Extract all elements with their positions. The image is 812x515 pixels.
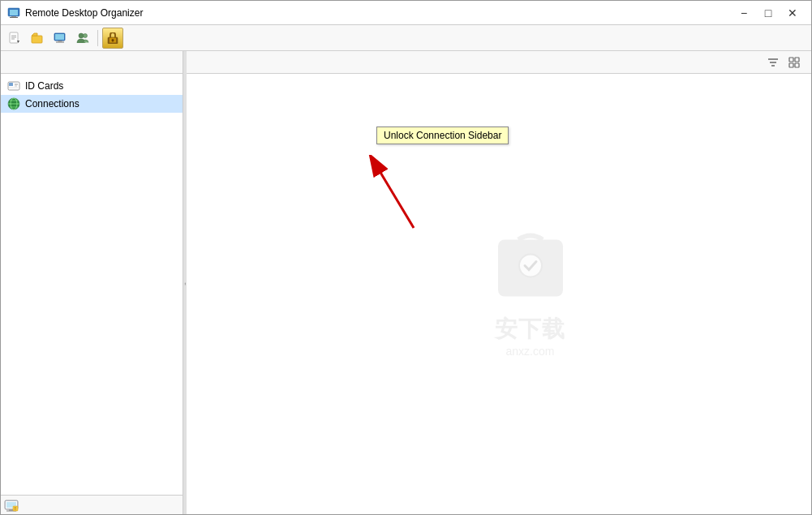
sidebar-tree: ID Cards Connections	[1, 74, 183, 495]
window-controls: − □ ✕	[732, 1, 805, 25]
svg-point-14	[79, 33, 84, 38]
maximize-button[interactable]: □	[756, 1, 780, 25]
svg-rect-41	[795, 58, 799, 62]
svg-rect-11	[55, 34, 64, 40]
network-status-icon: !	[4, 498, 19, 513]
content-toolbar	[187, 51, 811, 74]
id-cards-icon	[7, 79, 20, 92]
watermark: 安下载 anxz.com	[494, 231, 567, 357]
content-body: 安下载 anxz.com Unlock Connection Sidebar	[187, 74, 811, 514]
svg-rect-42	[789, 63, 793, 67]
id-cards-label: ID Cards	[25, 80, 63, 92]
svg-point-15	[84, 33, 88, 37]
svg-rect-12	[58, 41, 62, 42]
layout-icon	[788, 57, 800, 68]
main-area: ID Cards Connections	[1, 51, 811, 514]
svg-rect-43	[795, 63, 799, 67]
open-button[interactable]	[27, 28, 48, 49]
lock-icon	[107, 32, 118, 44]
sidebar-toolbar	[1, 51, 183, 74]
filter-icon	[767, 57, 779, 68]
connections-label: Connections	[25, 98, 79, 109]
svg-rect-21	[9, 83, 13, 86]
main-toolbar	[1, 25, 811, 51]
new-button[interactable]	[4, 28, 25, 49]
tooltip-text: Unlock Connection Sidebar	[384, 130, 501, 141]
sidebar-item-id-cards[interactable]: ID Cards	[1, 77, 183, 95]
monitor-button[interactable]	[49, 28, 71, 49]
svg-rect-40	[789, 58, 793, 62]
sidebar: ID Cards Connections	[1, 51, 183, 514]
watermark-text: 安下载	[494, 313, 567, 344]
svg-rect-3	[10, 17, 18, 18]
sidebar-statusbar: !	[1, 495, 183, 514]
title-bar: Remote Desktop Organizer − □ ✕	[1, 1, 811, 25]
users-button[interactable]	[72, 28, 93, 49]
svg-point-45	[519, 254, 542, 277]
app-icon	[7, 6, 20, 19]
monitor-icon	[54, 32, 67, 45]
new-icon	[8, 32, 21, 45]
status-icon: !	[4, 498, 19, 513]
app-window: Remote Desktop Organizer − □ ✕	[0, 0, 812, 515]
window-title: Remote Desktop Organizer	[25, 7, 732, 19]
watermark-icon	[494, 231, 567, 304]
svg-line-47	[377, 167, 414, 228]
toolbar-separator	[97, 30, 98, 46]
svg-rect-13	[56, 41, 64, 42]
open-icon	[31, 32, 44, 45]
tooltip-unlock-sidebar: Unlock Connection Sidebar	[376, 127, 509, 144]
watermark-subtext: anxz.com	[494, 344, 567, 357]
svg-rect-19	[112, 40, 113, 41]
close-button[interactable]: ✕	[780, 1, 805, 25]
svg-rect-9	[32, 36, 42, 43]
svg-rect-44	[498, 239, 563, 296]
users-icon	[76, 32, 89, 45]
arrow-indicator	[365, 155, 430, 236]
lock-sidebar-button[interactable]	[102, 28, 123, 49]
filter-button[interactable]	[763, 52, 784, 73]
content-area: 安下载 anxz.com Unlock Connection Sidebar	[187, 51, 811, 514]
layout-button[interactable]	[784, 52, 805, 73]
minimize-button[interactable]: −	[732, 1, 756, 25]
svg-rect-1	[10, 10, 18, 15]
connections-icon	[7, 97, 20, 110]
sidebar-item-connections[interactable]: Connections	[1, 95, 183, 113]
